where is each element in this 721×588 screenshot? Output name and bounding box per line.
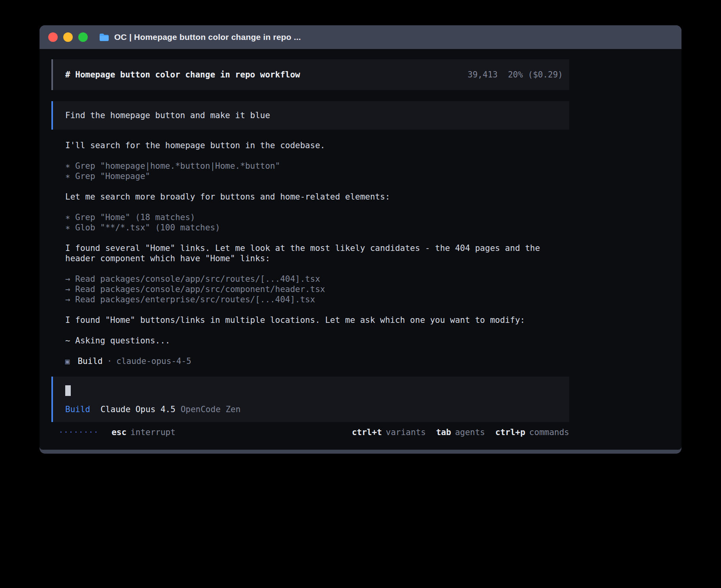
transcript: I'll search for the homepage button in t… bbox=[51, 140, 555, 366]
commands-label: commands bbox=[529, 428, 569, 437]
token-count: 39,413 bbox=[468, 70, 498, 79]
prompt-input[interactable]: Build Claude Opus 4.5 OpenCode Zen bbox=[51, 377, 569, 422]
agents-label: agents bbox=[455, 428, 485, 437]
hint-variants: ctrl+tvariants bbox=[352, 427, 426, 437]
hint-commands: ctrl+pcommands bbox=[495, 427, 569, 437]
prompt-model[interactable]: Claude Opus 4.5 bbox=[100, 405, 176, 414]
tool-call-read: → Read packages/console/app/src/routes/[… bbox=[65, 274, 555, 284]
tool-call-read: → Read packages/console/app/src/componen… bbox=[65, 284, 555, 294]
user-message: Find the homepage button and make it blu… bbox=[51, 101, 569, 130]
status-hints: ctrl+tvariants tabagents ctrl+pcommands bbox=[352, 427, 569, 437]
esc-key[interactable]: esc bbox=[111, 428, 126, 437]
variants-label: variants bbox=[386, 428, 426, 437]
hint-interrupt: escinterrupt bbox=[111, 427, 176, 437]
terminal-window: OC | Homepage button color change in rep… bbox=[40, 25, 681, 454]
agent-model: claude-opus-4-5 bbox=[116, 356, 191, 366]
tool-call-glob: ∗ Glob "**/*.tsx" (100 matches) bbox=[65, 222, 555, 233]
user-message-text: Find the homepage button and make it blu… bbox=[65, 111, 270, 120]
prompt-agent-mode[interactable]: Build bbox=[65, 405, 90, 414]
session-title: # Homepage button color change in repo w… bbox=[65, 70, 300, 79]
terminal-content: # Homepage button color change in repo w… bbox=[40, 49, 681, 450]
session-header: # Homepage button color change in repo w… bbox=[51, 59, 569, 90]
tool-call-grep: ∗ Grep "Homepage" bbox=[65, 171, 555, 181]
hint-agents: tabagents bbox=[436, 427, 485, 437]
maximize-button[interactable] bbox=[78, 32, 88, 42]
close-button[interactable] bbox=[48, 32, 58, 42]
assistant-message-line: I found "Home" buttons/links in multiple… bbox=[65, 315, 555, 325]
ctrl-t-key[interactable]: ctrl+t bbox=[352, 428, 382, 437]
minimize-button[interactable] bbox=[63, 32, 73, 42]
agent-status-row: ▣ Build · claude-opus-4-5 bbox=[65, 356, 555, 366]
traffic-lights bbox=[48, 32, 88, 42]
session-stats: 39,413 20% ($0.29) bbox=[468, 70, 563, 79]
context-usage: 20% ($0.29) bbox=[508, 70, 563, 79]
agent-separator: · bbox=[107, 356, 112, 366]
window-title: OC | Homepage button color change in rep… bbox=[114, 32, 301, 42]
assistant-message-line: I found several "Home" links. Let me loo… bbox=[65, 243, 555, 264]
tool-call-grep: ∗ Grep "homepage|home.*button|Home.*butt… bbox=[65, 161, 555, 171]
tool-call-read: → Read packages/enterprise/src/routes/[.… bbox=[65, 294, 555, 305]
progress-dots: ········ bbox=[59, 427, 98, 437]
tool-call-grep: ∗ Grep "Home" (18 matches) bbox=[65, 212, 555, 222]
tab-key[interactable]: tab bbox=[436, 428, 451, 437]
titlebar[interactable]: OC | Homepage button color change in rep… bbox=[40, 25, 681, 49]
status-bar: ········ escinterrupt ctrl+tvariants tab… bbox=[51, 427, 569, 437]
assistant-message-line: I'll search for the homepage button in t… bbox=[65, 140, 555, 151]
ctrl-p-key[interactable]: ctrl+p bbox=[495, 428, 525, 437]
prompt-meta: Build Claude Opus 4.5 OpenCode Zen bbox=[65, 405, 561, 414]
agent-badge-icon: ▣ bbox=[65, 356, 70, 366]
text-cursor bbox=[65, 385, 71, 396]
prompt-provider: OpenCode Zen bbox=[181, 405, 241, 414]
agent-name: Build bbox=[77, 356, 102, 366]
esc-label: interrupt bbox=[130, 428, 176, 437]
folder-icon bbox=[99, 33, 109, 41]
assistant-status-line: ~ Asking questions... bbox=[65, 335, 555, 346]
assistant-message-line: Let me search more broadly for buttons a… bbox=[65, 192, 555, 202]
